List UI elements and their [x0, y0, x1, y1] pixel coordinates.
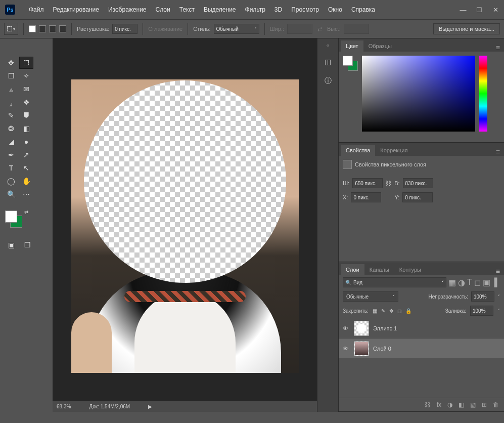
brush-tool[interactable]: ✎	[4, 109, 18, 121]
menu-layers[interactable]: Слои	[151, 6, 175, 13]
group-icon[interactable]: ▧	[470, 401, 476, 408]
color-panel-menu-icon[interactable]: ≡	[492, 44, 504, 52]
tab-properties[interactable]: Свойства	[341, 145, 375, 156]
selection-subtract-icon[interactable]	[49, 25, 56, 32]
fg-color-swatch[interactable]	[5, 210, 17, 223]
select-and-mask-button[interactable]: Выделение и маска...	[433, 23, 500, 34]
swap-colors-icon[interactable]: ⇄	[24, 209, 28, 215]
patch-tool[interactable]: ❖	[19, 96, 33, 108]
toolbox-colors[interactable]: ⇄	[5, 210, 25, 231]
filter-image-icon[interactable]: ▦	[448, 278, 456, 287]
blur-tool[interactable]: ●	[19, 136, 33, 148]
pen-tool[interactable]: ✒	[4, 149, 18, 161]
mini-info-icon[interactable]: ⓘ	[323, 75, 334, 87]
link-layers-icon[interactable]: ⛓	[425, 401, 431, 408]
trash-icon[interactable]: 🗑	[493, 401, 499, 408]
mini-history-icon[interactable]: ◫	[323, 56, 334, 67]
hand-tool[interactable]: ✋	[19, 175, 33, 187]
filter-adjust-icon[interactable]: ◑	[458, 278, 465, 287]
window-maximize[interactable]: ☐	[472, 4, 487, 15]
marquee-tool[interactable]	[19, 57, 33, 69]
hue-slider[interactable]	[479, 56, 487, 132]
lock-position-icon[interactable]: ✥	[389, 308, 393, 314]
slice-tool[interactable]: ✉	[19, 83, 33, 95]
menu-3d[interactable]: 3D	[270, 6, 287, 13]
path-select-tool[interactable]: ↗	[19, 149, 33, 161]
zoom-tool[interactable]: 🔍	[4, 188, 18, 200]
screen-mode-icon[interactable]: ❐	[20, 239, 34, 251]
tab-channels[interactable]: Каналы	[364, 264, 394, 275]
menu-file[interactable]: Файл	[24, 6, 49, 13]
filter-shape-icon[interactable]: ◻	[474, 278, 481, 287]
menu-view[interactable]: Просмотр	[287, 6, 324, 13]
menu-window[interactable]: Окно	[324, 6, 347, 13]
style-select[interactable]: Обычный˅	[214, 24, 259, 34]
more-tools[interactable]: ⋯	[19, 188, 33, 200]
eraser-tool[interactable]: ◧	[19, 122, 33, 135]
quickmask-icon[interactable]: ▣	[4, 239, 18, 251]
tab-adjustments[interactable]: Коррекция	[375, 145, 413, 156]
menu-text[interactable]: Текст	[175, 6, 199, 13]
tab-color[interactable]: Цвет	[341, 40, 363, 52]
menu-select[interactable]: Выделение	[199, 6, 241, 13]
link-wh-icon[interactable]: ⛓	[386, 180, 391, 186]
eye-icon[interactable]: 👁	[343, 346, 350, 352]
opacity-value[interactable]: 100%	[471, 291, 494, 302]
menu-image[interactable]: Изображение	[104, 6, 151, 13]
magic-wand-tool[interactable]: ✧	[19, 70, 33, 82]
selection-add-icon[interactable]	[39, 25, 46, 32]
window-close[interactable]: ✕	[488, 4, 503, 15]
mini-collapse-icon[interactable]: «	[327, 43, 330, 48]
layer-filter-select[interactable]: 🔍Вид˅	[343, 277, 446, 287]
mask-icon[interactable]: ◑	[447, 401, 452, 408]
lock-artboard-icon[interactable]: ◻	[397, 308, 401, 314]
eye-icon[interactable]: 👁	[343, 325, 350, 331]
canvas[interactable]	[53, 52, 317, 401]
lock-all-icon[interactable]: 🔒	[405, 308, 411, 314]
y-value[interactable]: 0 пикс.	[402, 192, 433, 202]
history-brush-tool[interactable]: ❂	[4, 122, 18, 135]
lock-brush-icon[interactable]: ✎	[381, 308, 385, 314]
layer-row[interactable]: 👁 Эллипс 1	[339, 318, 504, 338]
height-value[interactable]: 830 пикс.	[403, 178, 433, 188]
tab-layers[interactable]: Слои	[341, 264, 364, 275]
width-value[interactable]: 650 пикс.	[352, 178, 383, 188]
window-minimize[interactable]: —	[455, 4, 471, 15]
fx-icon[interactable]: fx	[437, 401, 441, 408]
menu-edit[interactable]: Редактирование	[49, 6, 104, 13]
blend-mode-select[interactable]: Обычные˅	[343, 291, 398, 302]
filter-toggle-icon[interactable]: ▌	[494, 278, 500, 287]
doc-status-arrow[interactable]: ▶	[148, 404, 152, 409]
type-tool[interactable]: T	[4, 162, 18, 174]
zoom-level[interactable]: 68,3%	[57, 404, 71, 409]
filter-type-icon[interactable]: T	[467, 278, 472, 287]
layer-row[interactable]: 👁 Слой 0	[339, 338, 504, 358]
feather-input[interactable]: 0 пикс.	[112, 24, 138, 34]
color-field[interactable]	[362, 56, 475, 132]
lock-pixels-icon[interactable]: ▦	[373, 308, 377, 314]
tab-swatches[interactable]: Образцы	[363, 40, 397, 52]
crop-tool[interactable]: ⟁	[4, 83, 18, 95]
props-panel-menu-icon[interactable]: ≡	[492, 148, 504, 156]
menu-help[interactable]: Справка	[347, 6, 380, 13]
lasso-tool[interactable]: ❐	[4, 70, 18, 82]
x-value[interactable]: 0 пикс.	[351, 192, 381, 202]
fill-value[interactable]: 100%	[470, 306, 493, 316]
tab-paths[interactable]: Контуры	[394, 264, 426, 275]
shape-tool[interactable]: ◯	[4, 175, 18, 187]
new-layer-icon[interactable]: ⊞	[482, 401, 487, 408]
filter-smart-icon[interactable]: ▣	[483, 278, 490, 287]
selection-intersect-icon[interactable]	[59, 25, 66, 32]
adjustment-icon[interactable]: ◧	[459, 401, 464, 408]
stamp-tool[interactable]: ⛊	[19, 109, 33, 121]
direct-select-tool[interactable]: ↖	[19, 162, 33, 174]
eyedropper-tool[interactable]: ⁁	[4, 96, 18, 108]
color-panel-swatches[interactable]	[343, 56, 358, 71]
gradient-tool[interactable]: ◢	[4, 136, 18, 148]
layers-panel-menu-icon[interactable]: ≡	[492, 267, 504, 275]
layer-name: Слой 0	[373, 346, 391, 352]
selection-new-icon[interactable]	[29, 25, 36, 32]
current-tool-icon[interactable]: ▾	[4, 23, 18, 35]
move-tool[interactable]: ✥	[4, 57, 18, 69]
menu-filter[interactable]: Фильтр	[241, 6, 270, 13]
